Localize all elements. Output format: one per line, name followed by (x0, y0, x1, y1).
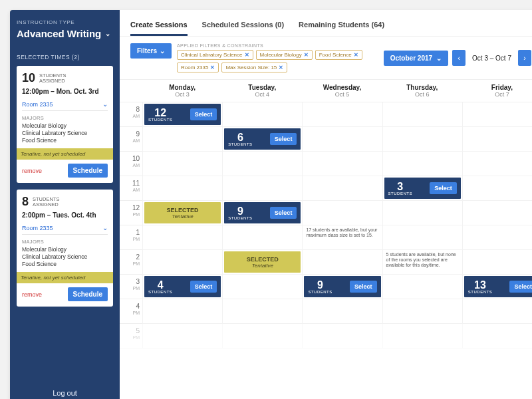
schedule-button[interactable]: Schedule (68, 287, 108, 301)
time-slot[interactable] (462, 127, 532, 152)
filter-chip: Clinical Labratory Science✕ (177, 50, 253, 60)
time-slot[interactable] (462, 152, 532, 176)
time-slot[interactable] (462, 176, 532, 201)
time-slot[interactable] (302, 127, 382, 152)
day-header: Thursday,Oct 6 (382, 80, 462, 102)
prev-week-button[interactable]: ‹ (452, 50, 466, 66)
time-slot[interactable] (382, 127, 462, 152)
filter-chip: Max Session Size: 15✕ (221, 63, 287, 72)
time-slot[interactable] (462, 102, 532, 127)
time-slot[interactable]: 9STUDENTSSelect (222, 201, 302, 225)
chip-remove-icon[interactable]: ✕ (245, 52, 249, 58)
room-select[interactable]: Room 2335 ⌄ (22, 100, 108, 111)
time-slot (462, 324, 532, 348)
session-block: 9STUDENTSSelect (224, 202, 301, 223)
major-item: Clinical Labratory Science (22, 253, 108, 261)
hour-label: 5PM (120, 324, 142, 348)
time-slot[interactable]: 9STUDENTSSelect (302, 275, 382, 299)
time-slot[interactable] (302, 102, 382, 127)
time-slot[interactable] (382, 299, 462, 324)
time-slot[interactable]: 12STUDENTSSelect (142, 102, 222, 127)
time-slot[interactable] (462, 201, 532, 225)
chevron-down-icon: ⌄ (436, 55, 442, 62)
session-block: 4STUDENTSSelect (144, 276, 221, 297)
time-slot[interactable] (382, 201, 462, 225)
select-button[interactable]: Select (350, 281, 377, 293)
hour-label: 3PM (120, 275, 142, 299)
time-slot[interactable] (302, 299, 382, 324)
select-button[interactable]: Select (509, 281, 532, 293)
day-header: Tuesday,Oct 4 (222, 80, 302, 102)
time-slot[interactable] (382, 225, 462, 250)
student-count: 8 (22, 195, 29, 209)
day-header: Wednesday,Oct 5 (302, 80, 382, 102)
hour-label: 2PM (120, 250, 142, 275)
time-slot[interactable]: 6STUDENTSSelect (222, 127, 302, 152)
month-select[interactable]: October 2017 ⌄ (384, 51, 448, 66)
time-slot[interactable] (222, 225, 302, 250)
hour-label: 8AM (120, 102, 142, 127)
select-button[interactable]: Select (270, 133, 297, 145)
tab-create-sessions[interactable]: Create Sessions (130, 21, 188, 36)
time-slot[interactable] (222, 176, 302, 201)
time-slot[interactable]: 4STUDENTSSelect (142, 275, 222, 299)
major-item: Molecular Biology (22, 246, 108, 253)
time-slot[interactable] (462, 225, 532, 250)
time-slot[interactable] (222, 102, 302, 127)
time-slot[interactable] (462, 299, 532, 324)
select-button[interactable]: Select (190, 281, 217, 293)
time-slot (142, 324, 222, 348)
filters-button[interactable]: Filters ⌄ (130, 43, 172, 59)
time-slot[interactable] (462, 250, 532, 275)
tab-remaining-students[interactable]: Remaining Students (64) (299, 21, 384, 36)
time-slot[interactable]: SELECTEDTentative (222, 250, 302, 275)
remove-link[interactable]: remove (22, 291, 42, 298)
selected-times-label: SELECTED TIMES (2) (17, 53, 113, 62)
time-slot[interactable]: 3STUDENTSSelect (382, 176, 462, 201)
time-slot[interactable] (142, 299, 222, 324)
time-slot[interactable] (142, 127, 222, 152)
chip-remove-icon[interactable]: ✕ (210, 65, 215, 70)
time-slot[interactable] (302, 201, 382, 225)
time-slot[interactable] (142, 152, 222, 176)
instruction-type-selector[interactable]: Advanced Writing ⌄ (17, 28, 113, 39)
time-slot[interactable] (142, 176, 222, 201)
schedule-button[interactable]: Schedule (68, 164, 108, 178)
time-slot[interactable] (142, 250, 222, 275)
remove-link[interactable]: remove (22, 168, 42, 174)
tab-scheduled-sessions[interactable]: Scheduled Sessions (0) (202, 21, 284, 36)
time-slot[interactable] (222, 275, 302, 299)
time-slot[interactable] (302, 176, 382, 201)
time-slot[interactable]: SELECTEDTentative (142, 201, 222, 225)
time-slot[interactable] (142, 225, 222, 250)
time-slot[interactable] (382, 102, 462, 127)
schedule-grid: Monday,Oct 3 Tuesday,Oct 4 Wednesday,Oct… (120, 79, 532, 399)
next-week-button[interactable]: › (518, 50, 531, 66)
major-item: Clinical Labratory Science (22, 130, 108, 137)
hour-label: 12PM (120, 201, 142, 225)
time-slot[interactable] (302, 250, 382, 275)
chip-remove-icon[interactable]: ✕ (304, 52, 309, 58)
assigned-label: STUDENTS ASSIGNED (39, 73, 66, 84)
select-button[interactable]: Select (190, 108, 217, 120)
room-select[interactable]: Room 2335 ⌄ (22, 224, 108, 235)
time-slot[interactable] (302, 152, 382, 176)
select-button[interactable]: Select (270, 207, 297, 219)
select-button[interactable]: Select (430, 182, 457, 194)
sidebar: INSTRUCTION TYPE Advanced Writing ⌄ SELE… (10, 10, 120, 399)
hour-label: 11AM (120, 176, 142, 201)
time-slot[interactable]: 13STUDENTSSelect (462, 275, 532, 299)
time-slot[interactable] (222, 299, 302, 324)
chevron-down-icon: ⌄ (160, 47, 165, 55)
time-slot[interactable] (382, 152, 462, 176)
chip-remove-icon[interactable]: ✕ (279, 65, 283, 70)
main-panel: Create Sessions Scheduled Sessions (0) R… (120, 10, 532, 399)
chip-remove-icon[interactable]: ✕ (354, 52, 358, 58)
logout-link[interactable]: Log out (17, 384, 113, 399)
time-slot: 2:00pm – Tues. Oct. 4th (22, 211, 108, 219)
chevron-down-icon: ⌄ (102, 224, 108, 231)
time-slot[interactable] (382, 275, 462, 299)
major-item: Food Science (22, 137, 108, 144)
time-slot[interactable] (222, 152, 302, 176)
availability-note: 17 students are available, but your maxi… (302, 225, 382, 250)
